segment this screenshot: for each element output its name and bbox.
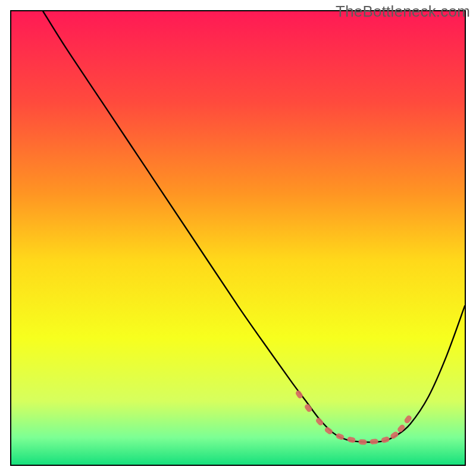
- basin-marker: [347, 436, 356, 443]
- basin-marker: [303, 403, 313, 413]
- basin-marker: [396, 424, 406, 433]
- basin-marker: [381, 436, 390, 444]
- basin-marker: [324, 426, 334, 436]
- bottleneck-curve: [43, 11, 465, 442]
- watermark-text: TheBottleneck.com: [336, 2, 470, 21]
- chart-frame: TheBottleneck.com: [0, 0, 476, 476]
- basin-markers: [295, 390, 412, 445]
- plot-area: [10, 10, 466, 466]
- basin-marker: [315, 416, 324, 426]
- basin-marker: [295, 390, 303, 400]
- basin-marker: [369, 439, 378, 444]
- basin-marker: [335, 433, 345, 441]
- basin-marker: [358, 439, 367, 445]
- curve-layer: [11, 11, 465, 465]
